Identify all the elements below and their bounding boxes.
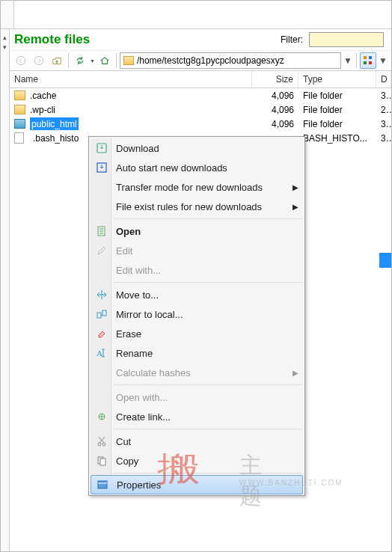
list-header: Name Size Type D: [10, 71, 391, 88]
table-row[interactable]: .cache 4,096 File folder 3,: [10, 88, 391, 102]
menu-download[interactable]: Download: [91, 138, 303, 158]
menu-erase[interactable]: Erase: [91, 324, 303, 343]
context-menu: Download Auto start new downloads Transf…: [88, 136, 305, 496]
menu-edit-with: Edit with...: [91, 260, 303, 280]
menu-file-exist[interactable]: File exist rules for new downloads▶: [91, 197, 303, 216]
copy-icon: [95, 454, 108, 467]
download-icon: [95, 141, 108, 155]
table-row[interactable]: .wp-cli 4,096 File folder 2,: [10, 102, 391, 117]
folder-icon: [14, 91, 25, 100]
view-drop-icon[interactable]: ▼: [378, 55, 388, 66]
svg-rect-3: [364, 61, 367, 64]
erase-icon: [95, 327, 108, 340]
svg-rect-2: [364, 56, 367, 59]
menu-create-link[interactable]: Create link...: [91, 407, 303, 426]
svg-point-13: [98, 443, 101, 446]
path-text: /home/testctg8g1pycpcloudpagesxyz: [137, 55, 284, 66]
move-icon: [95, 288, 108, 301]
svg-rect-10: [102, 310, 106, 316]
menu-calc-hashes: Calculate hashes▶: [91, 363, 303, 382]
vertical-toolbar: ▴ ▾: [1, 29, 10, 551]
folder-icon: [123, 56, 134, 65]
menu-transfer-mode[interactable]: Transfer mode for new downloads▶: [91, 177, 303, 197]
path-input[interactable]: /home/testctg8g1pycpcloudpagesxyz: [120, 52, 341, 69]
menu-mirror[interactable]: Mirror to local...: [91, 304, 303, 324]
col-d[interactable]: D: [376, 71, 391, 88]
col-type[interactable]: Type: [298, 71, 376, 88]
svg-rect-17: [98, 481, 107, 488]
nav-toolbar: ▼ /home/testctg8g1pycpcloudpagesxyz ▼ ▼: [10, 51, 391, 71]
submenu-arrow-icon: ▶: [293, 369, 298, 377]
svg-rect-5: [369, 61, 372, 64]
svg-point-1: [34, 56, 43, 64]
refresh-drop-icon[interactable]: ▼: [90, 58, 95, 64]
edit-icon: [95, 244, 108, 257]
properties-icon: [96, 478, 109, 491]
back-button[interactable]: [13, 52, 29, 69]
cut-icon: [95, 435, 108, 448]
caret-down-icon[interactable]: ▾: [3, 43, 7, 51]
forward-button[interactable]: [31, 52, 47, 69]
submenu-arrow-icon: ▶: [293, 183, 298, 191]
home-button[interactable]: [97, 52, 113, 69]
menu-open[interactable]: Open: [91, 221, 303, 241]
menu-properties[interactable]: Properties: [91, 475, 303, 494]
menu-rename[interactable]: A Rename: [91, 343, 303, 363]
menu-move-to[interactable]: Move to...: [91, 285, 303, 304]
panel-title: Remote files: [14, 32, 275, 47]
right-highlight: [379, 253, 391, 268]
col-name[interactable]: Name: [10, 71, 252, 88]
folder-icon: [14, 105, 25, 114]
menu-cut[interactable]: Cut: [91, 432, 303, 451]
menu-copy[interactable]: Copy: [91, 451, 303, 470]
left-gutter: [1, 1, 14, 28]
rename-icon: A: [95, 346, 108, 360]
path-drop-icon[interactable]: ▼: [343, 55, 353, 66]
folder-icon: [14, 119, 25, 129]
caret-up-icon[interactable]: ▴: [3, 34, 7, 41]
link-icon: [95, 410, 108, 423]
menu-open-with: Open with...: [91, 387, 303, 407]
submenu-arrow-icon: ▶: [293, 203, 298, 211]
mirror-icon: [95, 307, 108, 321]
view-mode-button[interactable]: [360, 52, 376, 69]
svg-text:A: A: [97, 349, 102, 358]
refresh-button[interactable]: [72, 52, 88, 69]
col-size[interactable]: Size: [252, 71, 298, 88]
up-button[interactable]: [49, 52, 65, 69]
svg-point-14: [102, 443, 105, 446]
svg-rect-9: [97, 313, 101, 318]
menu-autostart[interactable]: Auto start new downloads: [91, 158, 303, 177]
file-icon: [14, 132, 24, 144]
menu-edit: Edit: [91, 241, 303, 260]
selected-file: public_html: [30, 117, 79, 130]
autostart-icon: [95, 161, 108, 174]
svg-point-0: [16, 56, 25, 64]
filter-label: Filter:: [281, 34, 303, 45]
svg-rect-4: [369, 56, 372, 59]
svg-rect-16: [100, 459, 105, 465]
filter-input[interactable]: [309, 32, 384, 47]
table-row[interactable]: public_html 4,096 File folder 3,: [10, 117, 391, 131]
open-icon: [95, 224, 108, 238]
